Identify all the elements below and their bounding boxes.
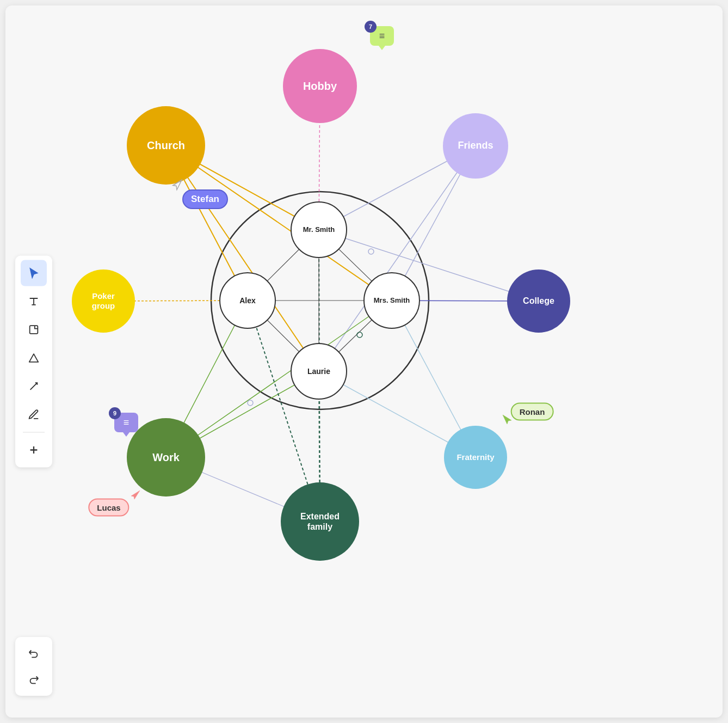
notification-badge-2[interactable]: ≡ 9 xyxy=(114,413,138,437)
notification-badge-1[interactable]: ≡ 7 xyxy=(370,26,394,50)
undo-redo-toolbar xyxy=(15,637,52,696)
arrow-ptr-stefan xyxy=(172,179,183,194)
node-work-label: Work xyxy=(152,451,180,464)
node-extended[interactable]: Extendedfamily xyxy=(281,482,359,561)
label-lucas[interactable]: Lucas xyxy=(88,499,129,517)
notif2-count: 9 xyxy=(109,407,121,419)
node-work[interactable]: Work xyxy=(127,418,205,497)
node-friends[interactable]: Friends xyxy=(443,113,508,179)
notif1-count: 7 xyxy=(365,21,377,33)
node-laurie-label: Laurie xyxy=(307,367,330,376)
svg-rect-0 xyxy=(30,326,38,334)
node-fraternity-label: Fraternity xyxy=(456,452,494,462)
node-alex-label: Alex xyxy=(239,296,256,305)
sticky-tool[interactable] xyxy=(21,317,47,343)
notif1-icon: ≡ xyxy=(379,30,385,42)
svg-point-29 xyxy=(248,400,253,406)
svg-line-4 xyxy=(166,145,392,301)
node-college[interactable]: College xyxy=(507,269,570,333)
svg-line-5 xyxy=(166,145,319,371)
shape-tool[interactable] xyxy=(21,345,47,371)
node-laurie[interactable]: Laurie xyxy=(291,343,347,400)
add-tool[interactable] xyxy=(21,437,47,463)
node-mr-smith-label: Mr. Smith xyxy=(303,225,335,234)
node-fraternity[interactable]: Fraternity xyxy=(444,426,507,489)
label-stefan[interactable]: Stefan xyxy=(182,189,228,209)
connections-svg xyxy=(5,5,723,718)
node-college-label: College xyxy=(523,296,554,306)
svg-line-13 xyxy=(166,301,392,457)
pen-tool[interactable] xyxy=(21,402,47,428)
select-tool[interactable] xyxy=(21,260,47,286)
lucas-text: Lucas xyxy=(97,503,120,512)
node-hobby-label: Hobby xyxy=(303,79,337,93)
redo-button[interactable] xyxy=(21,666,47,693)
stefan-text: Stefan xyxy=(191,194,219,204)
node-poker[interactable]: Pokergroup xyxy=(72,269,135,333)
notif2-icon: ≡ xyxy=(124,417,129,428)
node-mrs-smith-label: Mrs. Smith xyxy=(374,296,410,305)
label-ronan[interactable]: Ronan xyxy=(511,403,554,421)
node-extended-label: Extendedfamily xyxy=(296,511,344,532)
node-mr-smith[interactable]: Mr. Smith xyxy=(291,201,347,258)
node-church-label: Church xyxy=(147,139,185,152)
toolbar xyxy=(15,256,52,468)
ronan-text: Ronan xyxy=(520,407,545,416)
svg-line-9 xyxy=(319,146,476,371)
svg-point-30 xyxy=(357,332,362,338)
node-friends-label: Friends xyxy=(458,140,493,152)
node-poker-label: Pokergroup xyxy=(88,291,120,311)
canvas: ≡ 7 ≡ 9 Hobby Church Friends Pokergroup … xyxy=(5,5,723,718)
toolbar-divider xyxy=(23,432,45,433)
svg-point-28 xyxy=(368,249,374,254)
undo-button[interactable] xyxy=(21,640,47,666)
line-tool[interactable] xyxy=(21,373,47,400)
node-hobby[interactable]: Hobby xyxy=(283,49,357,123)
node-mrs-smith[interactable]: Mrs. Smith xyxy=(363,272,420,329)
arrow-ptr-ronan xyxy=(502,414,513,427)
text-tool[interactable] xyxy=(21,289,47,315)
arrow-ptr-lucas xyxy=(129,489,141,501)
node-alex[interactable]: Alex xyxy=(219,272,276,329)
node-church[interactable]: Church xyxy=(127,106,205,185)
